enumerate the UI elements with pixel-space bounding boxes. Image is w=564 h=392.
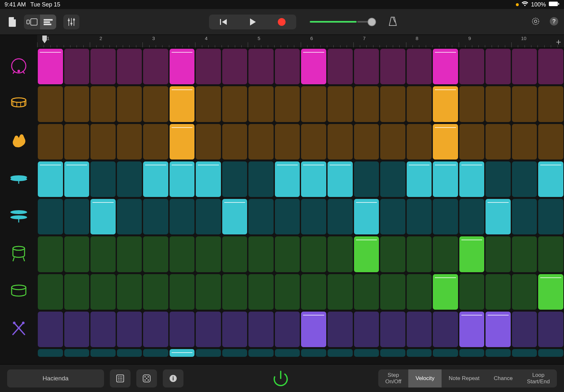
- step-cell[interactable]: [222, 124, 247, 160]
- step-cell[interactable]: [196, 49, 221, 84]
- step-cell[interactable]: [196, 349, 221, 357]
- step-cell[interactable]: [196, 236, 221, 272]
- step-cell[interactable]: [222, 86, 247, 122]
- mode-velocity[interactable]: Velocity: [408, 369, 442, 387]
- track-header-tom-lo[interactable]: [0, 273, 37, 311]
- step-cell[interactable]: [301, 199, 326, 234]
- playhead[interactable]: [42, 35, 47, 46]
- step-cell[interactable]: [486, 161, 511, 197]
- track-header-sticks[interactable]: [0, 311, 37, 348]
- step-cell[interactable]: [143, 312, 168, 347]
- step-cell[interactable]: [301, 236, 326, 272]
- step-cell[interactable]: [170, 124, 195, 160]
- step-cell[interactable]: [275, 49, 300, 84]
- track-header-kick[interactable]: [0, 48, 37, 85]
- step-cell[interactable]: [328, 274, 353, 310]
- step-cell[interactable]: [275, 161, 300, 197]
- step-cell[interactable]: [275, 312, 300, 347]
- step-cell[interactable]: [248, 274, 274, 310]
- my-songs-button[interactable]: [5, 15, 20, 29]
- step-cell[interactable]: [380, 236, 405, 272]
- step-cell[interactable]: [64, 124, 89, 160]
- step-cell[interactable]: [380, 349, 405, 357]
- step-cell[interactable]: [117, 349, 142, 357]
- step-cell[interactable]: [275, 86, 300, 122]
- step-cell[interactable]: [170, 161, 195, 197]
- step-cell[interactable]: [407, 161, 432, 197]
- play-button[interactable]: [238, 15, 267, 29]
- record-button[interactable]: [267, 15, 296, 29]
- step-cell[interactable]: [170, 274, 195, 310]
- step-cell[interactable]: [486, 124, 511, 160]
- step-cell[interactable]: [90, 161, 116, 197]
- step-cell[interactable]: [64, 86, 89, 122]
- pattern-grid-button[interactable]: [110, 369, 131, 387]
- step-cell[interactable]: [538, 236, 563, 272]
- step-cell[interactable]: [222, 349, 247, 357]
- step-cell[interactable]: [301, 86, 326, 122]
- step-cell[interactable]: [433, 199, 458, 234]
- step-cell[interactable]: [328, 124, 353, 160]
- step-cell[interactable]: [538, 49, 563, 84]
- step-cell[interactable]: [248, 124, 274, 160]
- step-cell[interactable]: [143, 236, 168, 272]
- step-cell[interactable]: [407, 274, 432, 310]
- step-cell[interactable]: [170, 199, 195, 234]
- step-cell[interactable]: [538, 124, 563, 160]
- step-cell[interactable]: [196, 124, 221, 160]
- step-cell[interactable]: [90, 312, 116, 347]
- step-cell[interactable]: [64, 49, 89, 84]
- step-cell[interactable]: [486, 86, 511, 122]
- step-cell[interactable]: [143, 349, 168, 357]
- step-cell[interactable]: [301, 49, 326, 84]
- track-header-snare[interactable]: [0, 85, 37, 123]
- step-cell[interactable]: [512, 274, 537, 310]
- step-cell[interactable]: [170, 86, 195, 122]
- tracks-view-button[interactable]: [40, 15, 56, 29]
- browser-view-button[interactable]: [24, 15, 40, 29]
- step-cell[interactable]: [170, 349, 195, 357]
- step-cell[interactable]: [380, 49, 405, 84]
- step-cell[interactable]: [459, 312, 485, 347]
- step-cell[interactable]: [38, 49, 63, 84]
- step-cell[interactable]: [538, 86, 563, 122]
- master-volume-slider[interactable]: [310, 18, 376, 26]
- step-cell[interactable]: [170, 49, 195, 84]
- step-cell[interactable]: [117, 161, 142, 197]
- step-cell[interactable]: [433, 236, 458, 272]
- step-cell[interactable]: [538, 199, 563, 234]
- step-cell[interactable]: [407, 312, 432, 347]
- step-cell[interactable]: [38, 312, 63, 347]
- step-cell[interactable]: [512, 236, 537, 272]
- step-cell[interactable]: [196, 274, 221, 310]
- step-cell[interactable]: [459, 49, 485, 84]
- step-cell[interactable]: [38, 86, 63, 122]
- track-controls-button[interactable]: [63, 15, 79, 29]
- step-cell[interactable]: [328, 349, 353, 357]
- step-cell[interactable]: [380, 312, 405, 347]
- step-cell[interactable]: [328, 161, 353, 197]
- step-cell[interactable]: [512, 312, 537, 347]
- step-cell[interactable]: [117, 199, 142, 234]
- step-cell[interactable]: [222, 312, 247, 347]
- step-cell[interactable]: [301, 124, 326, 160]
- step-cell[interactable]: [117, 236, 142, 272]
- step-cell[interactable]: [38, 236, 63, 272]
- step-cell[interactable]: [380, 161, 405, 197]
- step-cell[interactable]: [143, 49, 168, 84]
- step-cell[interactable]: [407, 49, 432, 84]
- power-button[interactable]: [271, 369, 290, 388]
- step-cell[interactable]: [354, 199, 379, 234]
- step-cell[interactable]: [512, 349, 537, 357]
- step-cell[interactable]: [486, 274, 511, 310]
- step-cell[interactable]: [275, 124, 300, 160]
- step-cell[interactable]: [248, 349, 274, 357]
- step-cell[interactable]: [433, 274, 458, 310]
- info-button[interactable]: i: [163, 369, 183, 387]
- step-cell[interactable]: [38, 161, 63, 197]
- step-cell[interactable]: [354, 86, 379, 122]
- step-cell[interactable]: [328, 236, 353, 272]
- step-cell[interactable]: [90, 86, 116, 122]
- step-cell[interactable]: [328, 86, 353, 122]
- step-cell[interactable]: [90, 349, 116, 357]
